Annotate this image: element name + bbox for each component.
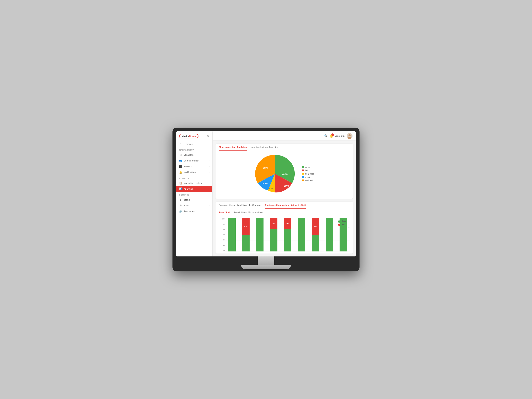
y-label-80: 80 [219, 229, 225, 230]
location-icon: ◎ [179, 153, 182, 156]
clipboard-icon: 📋 [179, 182, 182, 184]
bar-fail-label-2: 50% [244, 226, 247, 227]
subtab-pass-fail[interactable]: Pass / Fail [219, 209, 230, 216]
section-label-reports: REPORTS [176, 175, 212, 180]
sidebar-item-label: Forklifts [184, 165, 192, 168]
svg-text:16.7%: 16.7% [284, 185, 289, 187]
content-area: Fleet Inspection Analytics Negative Inci… [213, 141, 356, 256]
bell-icon: 🔔 [179, 171, 182, 174]
fleet-card-tabs: Fleet Inspection Analytics Negative Inci… [215, 144, 353, 151]
bar-stack-1 [228, 218, 236, 252]
bar-stack-8 [326, 218, 333, 252]
sidebar-item-notifications[interactable]: 🔔 Notifications › [176, 169, 212, 175]
collapse-button[interactable]: ✕ [207, 134, 209, 138]
bar-chart-legend: Pass Fail [338, 220, 346, 226]
repair-dot [302, 176, 304, 178]
legend-accident: accident [302, 179, 314, 182]
svg-point-1 [348, 134, 351, 136]
bar-stack-3 [256, 218, 264, 252]
bar-fail-2: 50% [242, 218, 250, 235]
bar-fail-5: 33% [284, 218, 291, 229]
bar-fail-label-5: 33% [286, 223, 289, 224]
bar-fail-label-4: 33% [272, 223, 275, 224]
tab-by-operator[interactable]: Equipment Inspection History by Operator [219, 202, 261, 209]
bar-fail-dot [338, 224, 340, 226]
bar-fail-4: 33% [270, 218, 278, 229]
tab-by-unit[interactable]: Equipment Inspection History by Unit [265, 202, 306, 209]
bar-chart: 40 50 60 70 80 90 100 [219, 218, 349, 252]
accident-label: accident [305, 179, 313, 182]
sidebar-item-forklifts[interactable]: ⬛ Forklifts › [176, 164, 212, 169]
resources-icon: 🔗 [179, 210, 182, 213]
bar-group-5: 33% [281, 218, 294, 252]
monitor: MasterCheck ✕ ⌂ Overview MANAGEMENT ◎ Lo… [172, 128, 360, 271]
sidebar-item-label: Users (Teams) [184, 159, 199, 162]
bar-pass-7 [312, 235, 319, 252]
bar-group-2: 50% [239, 218, 252, 252]
sidebar-item-analytics[interactable]: 📊 Analytics [176, 186, 212, 192]
screen: MasterCheck ✕ ⌂ Overview MANAGEMENT ◎ Lo… [176, 131, 356, 256]
sidebar: MasterCheck ✕ ⌂ Overview MANAGEMENT ◎ Lo… [176, 131, 213, 256]
bar-group-7: 50% [309, 218, 322, 252]
sidebar-item-locations[interactable]: ◎ Locations › [176, 152, 212, 158]
section-label-management: MANAGEMENT [176, 147, 212, 152]
near-miss-dot [302, 173, 304, 175]
svg-text:46.7%: 46.7% [282, 173, 288, 175]
y-label-60: 60 [219, 239, 225, 241]
bar-group-3 [253, 218, 266, 252]
bar-stack-6 [298, 218, 305, 252]
tab-negative-incident[interactable]: Negative Incident Analytics [251, 144, 278, 151]
logo-master: Master [182, 135, 189, 137]
bar-stack-5: 33% [284, 218, 291, 252]
legend-near-miss: near-miss [302, 173, 314, 175]
logo-check: Check [189, 135, 196, 137]
sidebar-item-label: Billing [184, 198, 190, 201]
tools-icon: ⚙ [179, 204, 182, 207]
search-icon[interactable]: 🔍 [324, 134, 328, 138]
sidebar-item-label: Inspection History [184, 182, 202, 184]
svg-text:6.9%: 6.9% [269, 188, 273, 190]
y-axis: 40 50 60 70 80 90 100 [219, 218, 225, 252]
legend-bar-fail: Fail [338, 223, 346, 226]
logo: MasterCheck [179, 134, 198, 138]
legend-repair: repair [302, 176, 314, 178]
bar-stack-4: 33% [270, 218, 278, 252]
y-label-40: 40 [219, 250, 225, 252]
sidebar-item-resources[interactable]: 🔗 Resources [176, 209, 212, 214]
chevron-right-icon: › [209, 154, 209, 156]
pie-legend: pass fail near-miss [302, 166, 314, 182]
bar-pass-label: Pass [342, 220, 346, 222]
sidebar-item-users[interactable]: 👥 Users (Teams) › [176, 158, 212, 164]
subtab-repair-near-miss[interactable]: Repair / Near Miss / Accident [234, 209, 263, 216]
forklift-icon: ⬛ [179, 165, 182, 168]
tab-fleet-inspection[interactable]: Fleet Inspection Analytics [219, 144, 247, 151]
app-layout: MasterCheck ✕ ⌂ Overview MANAGEMENT ◎ Lo… [176, 131, 356, 256]
analytics-icon: 📊 [179, 187, 182, 190]
y-label-90: 90 [219, 223, 225, 225]
bar-fail-7: 50% [312, 218, 319, 235]
chevron-right-icon: › [209, 199, 209, 201]
sidebar-item-overview[interactable]: ⌂ Overview [176, 141, 212, 147]
sidebar-item-label: Analytics [184, 188, 193, 190]
sidebar-item-inspection-history[interactable]: 📋 Inspection History [176, 180, 212, 186]
pass-label: pass [305, 166, 310, 168]
bar-chart-container: ≡ 40 50 60 70 80 90 100 [215, 216, 353, 253]
users-icon: 👥 [179, 159, 182, 162]
sidebar-item-billing[interactable]: $ Billing › [176, 197, 212, 203]
sidebar-item-label: Tools [184, 204, 189, 207]
bar-pass-1 [228, 218, 236, 252]
bar-group-6 [295, 218, 308, 252]
bar-pass-5 [284, 229, 291, 252]
logo-text: MasterCheck [182, 135, 196, 137]
section-label-settings: SETTINGS [176, 192, 212, 197]
sidebar-item-tools[interactable]: ⚙ Tools › [176, 203, 212, 209]
svg-text:13.3%: 13.3% [263, 167, 268, 169]
billing-icon: $ [179, 198, 182, 201]
bar-stack-7: 50% [312, 218, 319, 252]
sidebar-item-label: Notifications [184, 171, 196, 173]
bar-subtabs: Pass / Fail Repair / Near Miss / Acciden… [215, 209, 353, 216]
pie-chart: 46.7% 16.7% 6.9% 16.7% 13.3% [254, 153, 296, 195]
avatar[interactable] [347, 133, 352, 139]
bar-stack-2: 50% [242, 218, 250, 252]
notifications-bell[interactable]: 🔔 1 [329, 134, 333, 138]
